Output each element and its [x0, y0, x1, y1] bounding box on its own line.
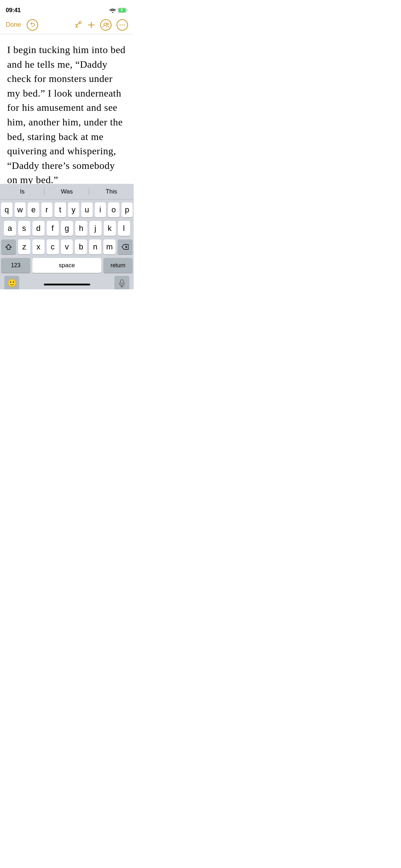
key-s[interactable]: s [18, 221, 30, 236]
toolbar: Done [0, 16, 134, 34]
svg-point-9 [124, 24, 125, 25]
key-k[interactable]: k [104, 221, 116, 236]
key-b[interactable]: b [75, 239, 87, 254]
note-text: I begin tucking him into bed and he tell… [7, 43, 127, 187]
svg-point-8 [122, 24, 123, 25]
key-q[interactable]: q [1, 202, 12, 217]
predictive-word-1[interactable]: Is [0, 185, 45, 198]
content-area[interactable]: I begin tucking him into bed and he tell… [0, 34, 134, 197]
key-r[interactable]: r [41, 202, 53, 217]
key-x[interactable]: x [32, 239, 45, 254]
collaborate-button[interactable] [100, 19, 112, 31]
key-g[interactable]: g [61, 221, 73, 236]
key-row-1: q w e r t y u i o p [1, 202, 133, 217]
return-key[interactable]: return [103, 258, 133, 273]
keyboard-rows: q w e r t y u i o p a s d f g h j k l [0, 200, 134, 274]
svg-point-6 [107, 23, 109, 25]
shift-key[interactable] [1, 239, 16, 254]
key-p[interactable]: p [122, 202, 133, 217]
key-v[interactable]: v [61, 239, 73, 254]
toolbar-left: Done [6, 19, 38, 31]
wifi-icon [109, 8, 116, 13]
plus-icon [87, 21, 95, 29]
svg-rect-10 [120, 280, 123, 284]
svg-point-2 [79, 21, 81, 24]
key-c[interactable]: c [47, 239, 59, 254]
key-j[interactable]: j [89, 221, 102, 236]
undo-icon [30, 22, 35, 28]
key-e[interactable]: e [28, 202, 39, 217]
shift-icon [5, 244, 12, 250]
key-f[interactable]: f [47, 221, 59, 236]
key-n[interactable]: n [89, 239, 101, 254]
status-icons [109, 8, 128, 13]
status-time: 09:41 [6, 7, 21, 14]
keyboard: Is Was This q w e r t y u i o p a s d f … [0, 184, 134, 289]
key-w[interactable]: w [15, 202, 26, 217]
more-icon [119, 24, 125, 26]
undo-button[interactable] [27, 19, 38, 31]
add-button[interactable] [87, 21, 95, 29]
stamp-icon [73, 20, 82, 30]
mic-icon [119, 279, 125, 287]
space-key[interactable]: space [32, 258, 101, 273]
bottom-bar: 🙂 [0, 274, 134, 289]
key-row-bottom: 123 space return [1, 258, 133, 273]
backspace-icon [122, 244, 129, 250]
key-z[interactable]: z [18, 239, 30, 254]
backspace-key[interactable] [118, 239, 133, 254]
predictive-bar: Is Was This [0, 184, 134, 200]
key-i[interactable]: i [95, 202, 106, 217]
done-button[interactable]: Done [6, 21, 21, 29]
mic-key[interactable] [114, 276, 129, 289]
key-y[interactable]: y [68, 202, 79, 217]
home-indicator [44, 284, 90, 285]
key-a[interactable]: a [4, 221, 16, 236]
stamp-button[interactable] [73, 20, 82, 30]
key-row-2: a s d f g h j k l [1, 221, 133, 236]
numbers-key[interactable]: 123 [1, 258, 30, 273]
key-u[interactable]: u [81, 202, 93, 217]
key-o[interactable]: o [108, 202, 119, 217]
battery-icon [118, 8, 128, 13]
status-bar: 09:41 [0, 0, 134, 16]
predictive-word-2[interactable]: Was [45, 185, 89, 198]
collaborate-icon [103, 22, 109, 28]
key-row-3: z x c v b n m [1, 239, 133, 254]
more-button[interactable] [117, 19, 128, 31]
key-d[interactable]: d [32, 221, 45, 236]
emoji-key[interactable]: 🙂 [4, 276, 19, 289]
svg-point-7 [120, 24, 121, 25]
key-l[interactable]: l [118, 221, 130, 236]
key-h[interactable]: h [75, 221, 87, 236]
predictive-word-3[interactable]: This [89, 185, 134, 198]
key-m[interactable]: m [103, 239, 115, 254]
key-t[interactable]: t [55, 202, 66, 217]
toolbar-right [73, 19, 128, 31]
